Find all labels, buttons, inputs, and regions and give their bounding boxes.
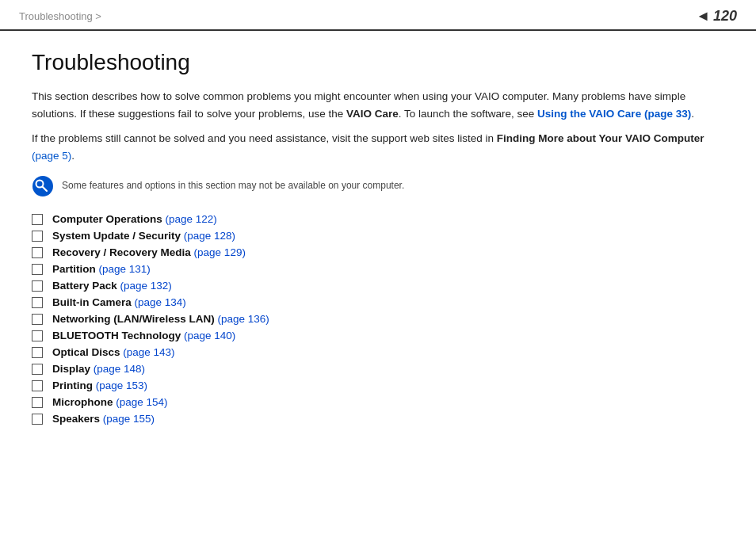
toc-link[interactable]: (page 154) — [116, 396, 167, 408]
vaio-care-bold: VAIO Care — [346, 108, 399, 120]
page33-link[interactable]: Using the VAIO Care (page 33) — [537, 108, 691, 120]
main-content: Troubleshooting This section describes h… — [0, 31, 756, 448]
toc-label: Computer Operations (page 122) — [52, 213, 217, 225]
toc-checkbox-icon — [32, 330, 43, 341]
toc-link[interactable]: (page 143) — [123, 346, 174, 358]
breadcrumb: Troubleshooting > — [19, 10, 101, 22]
toc-link[interactable]: (page 153) — [96, 380, 147, 391]
page5-link[interactable]: (page 5) — [32, 150, 71, 162]
toc-list: Computer Operations (page 122)System Upd… — [32, 213, 724, 425]
toc-link[interactable]: (page 128) — [184, 230, 235, 242]
toc-item: Printing (page 153) — [32, 380, 724, 391]
toc-checkbox-icon — [32, 347, 43, 358]
toc-item: Battery Pack (page 132) — [32, 280, 724, 292]
toc-item: Built-in Camera (page 134) — [32, 296, 724, 308]
finding-more-bold: Finding More about Your VAIO Computer — [497, 132, 704, 144]
page-number: 120 — [713, 8, 737, 25]
intro-paragraph-2: If the problems still cannot be solved a… — [32, 130, 724, 164]
toc-label: BLUETOOTH Technology (page 140) — [52, 330, 235, 341]
toc-label: Partition (page 131) — [52, 263, 151, 275]
page-arrow-icon: ◄ — [696, 8, 710, 25]
toc-checkbox-icon — [32, 414, 43, 425]
intro-text-p2-part1: If the problems still cannot be solved a… — [32, 132, 497, 144]
using-vaio-care-bold: Using the VAIO Care (page 33) — [537, 108, 691, 120]
notice-box: Some features and options in this sectio… — [32, 175, 724, 197]
toc-link[interactable]: (page 148) — [94, 363, 145, 375]
toc-item: Partition (page 131) — [32, 263, 724, 275]
toc-label: Display (page 148) — [52, 363, 145, 375]
toc-link[interactable]: (page 134) — [135, 296, 186, 308]
toc-checkbox-icon — [32, 280, 43, 292]
toc-label: Battery Pack (page 132) — [52, 280, 172, 292]
toc-checkbox-icon — [32, 380, 43, 391]
toc-checkbox-icon — [32, 314, 43, 325]
toc-label: Printing (page 153) — [52, 380, 147, 391]
toc-checkbox-icon — [32, 231, 43, 242]
toc-item: Microphone (page 154) — [32, 396, 724, 408]
intro-paragraph-1: This section describes how to solve comm… — [32, 88, 724, 122]
toc-item: Speakers (page 155) — [32, 413, 724, 425]
toc-label: Microphone (page 154) — [52, 396, 168, 408]
toc-link[interactable]: (page 132) — [120, 280, 172, 292]
intro-text-p1-part2: . To launch the software, see — [399, 108, 537, 120]
toc-checkbox-icon — [32, 214, 43, 225]
toc-checkbox-icon — [32, 364, 43, 375]
toc-link[interactable]: (page 131) — [99, 263, 151, 275]
toc-item: System Update / Security (page 128) — [32, 230, 724, 242]
notice-icon — [32, 175, 54, 197]
toc-label: System Update / Security (page 128) — [52, 230, 235, 242]
toc-label: Built-in Camera (page 134) — [52, 296, 186, 308]
toc-item: Display (page 148) — [32, 363, 724, 375]
toc-item: Recovery / Recovery Media (page 129) — [32, 246, 724, 258]
toc-item: BLUETOOTH Technology (page 140) — [32, 330, 724, 341]
page-number-area: ◄ 120 — [696, 8, 737, 25]
toc-checkbox-icon — [32, 247, 43, 258]
toc-checkbox-icon — [32, 297, 43, 308]
page-header: Troubleshooting > ◄ 120 — [0, 0, 756, 31]
toc-checkbox-icon — [32, 264, 43, 275]
toc-checkbox-icon — [32, 397, 43, 408]
toc-link[interactable]: (page 129) — [194, 246, 246, 258]
toc-label: Optical Discs (page 143) — [52, 346, 175, 358]
toc-label: Speakers (page 155) — [52, 413, 155, 425]
page-title: Troubleshooting — [32, 50, 724, 75]
toc-label: Recovery / Recovery Media (page 129) — [52, 246, 246, 258]
toc-item: Computer Operations (page 122) — [32, 213, 724, 225]
notice-text: Some features and options in this sectio… — [62, 175, 404, 193]
toc-item: Optical Discs (page 143) — [32, 346, 724, 358]
intro-text-p1-end: . — [691, 108, 694, 120]
toc-label: Networking (LAN/Wireless LAN) (page 136) — [52, 313, 269, 325]
toc-link[interactable]: (page 136) — [217, 313, 269, 325]
toc-link[interactable]: (page 140) — [184, 330, 235, 341]
toc-link[interactable]: (page 122) — [166, 213, 217, 225]
toc-item: Networking (LAN/Wireless LAN) (page 136) — [32, 313, 724, 325]
toc-link[interactable]: (page 155) — [103, 413, 155, 425]
